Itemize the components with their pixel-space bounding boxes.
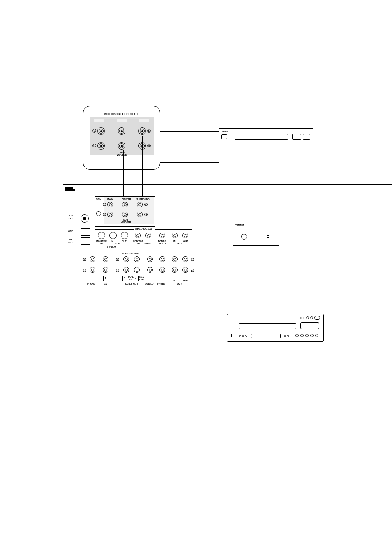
vcr-b3	[310, 316, 313, 319]
vcr-foot-l	[228, 343, 231, 343]
vent-2	[65, 189, 75, 191]
dvd-6ch-title: 6CH DISCRETE OUTPUT	[104, 113, 138, 115]
ext-center: CENTER	[122, 198, 131, 200]
ext-r-right: R	[144, 213, 148, 216]
audio-signal-label: AUDIO SIGNAL	[122, 252, 140, 255]
vcr-c2	[242, 335, 244, 337]
vcr-b1	[300, 317, 304, 319]
ext-rca-surr-l	[137, 202, 143, 207]
dvd-btn-grp-1	[292, 134, 301, 140]
vcr-p4	[310, 334, 314, 337]
dvd-player: YAMAHA	[219, 128, 313, 147]
vcrv-down	[149, 239, 149, 313]
ext-sub-2: WOOFER	[121, 221, 131, 223]
dvd-rca-center	[118, 127, 125, 135]
dvd-R-bot-left: R	[92, 144, 96, 147]
ext-dec-shade	[104, 197, 154, 224]
dvd-display	[235, 134, 288, 140]
vcrv-across	[149, 313, 231, 313]
aud-vcr-in: IN	[173, 279, 175, 282]
ext-main: MAIN	[107, 198, 113, 200]
aud-tvdbs-l	[159, 256, 165, 262]
amp-brand: YAMAHA	[235, 224, 244, 226]
sv-out-l: OUT	[122, 240, 127, 242]
ext-rca-surr-r	[137, 212, 143, 217]
video-signal-label: VIDEO SIGNAL	[135, 228, 152, 230]
aud-tvdbs-label: TV/DBS	[157, 283, 165, 285]
vcr-c1	[239, 335, 241, 337]
strip-2	[117, 119, 127, 122]
callout-line-bot	[160, 162, 219, 163]
amp-knob	[241, 234, 247, 240]
aud-dvdld-r	[147, 267, 153, 273]
dvd-rca-main-l	[97, 127, 105, 135]
amp-device: YAMAHA	[233, 222, 279, 246]
cv-mon-2: OUT	[136, 242, 141, 245]
vcr-led1	[321, 320, 322, 321]
dvd-brand: YAMAHA	[221, 130, 228, 132]
vcr-c3	[245, 335, 247, 337]
ext-rca-main-r	[107, 212, 113, 217]
aud-vcr-out-l	[182, 256, 188, 262]
rx-step2	[71, 254, 71, 266]
dvd-L-top-left: L	[92, 129, 96, 133]
am-ant-2: ANT	[68, 241, 73, 244]
w-surr-l	[142, 136, 143, 203]
aud-cd-label: CD	[104, 283, 107, 285]
cv-vcr-in	[172, 233, 178, 238]
sv-label: S VIDEO	[107, 246, 116, 248]
ext-l-right: L	[144, 203, 148, 206]
cv-in: IN	[173, 240, 176, 242]
cv-tvdbs	[159, 233, 165, 238]
aud-tvdbs-r	[159, 267, 165, 273]
aud-phono-l	[90, 256, 95, 262]
vcr-p3	[305, 334, 309, 337]
aud-dvdld-l	[147, 256, 153, 262]
fm-ant-2: ANT	[68, 217, 73, 220]
dvd-L-top-right: L	[147, 129, 151, 133]
vcr-c5	[287, 335, 289, 337]
cv-vcr-out	[182, 233, 188, 238]
w-main-l	[101, 136, 101, 203]
vcr-eject	[231, 334, 236, 337]
dvd-shelf	[219, 148, 313, 148]
strip-1	[94, 119, 104, 122]
asig-line-r	[143, 254, 194, 254]
aud-l-left: L	[83, 258, 86, 261]
vcr-foot-r	[320, 343, 322, 343]
vcr-c4	[284, 335, 286, 337]
aud-vcr-in-r	[172, 267, 178, 273]
vsig-line-r	[155, 229, 192, 230]
sv-in	[109, 232, 117, 239]
ext-surr: SURROUND	[136, 198, 150, 200]
ext-rca-main-l	[107, 202, 113, 207]
aud-r-right: R	[191, 269, 194, 272]
aud-pb-r	[123, 267, 129, 273]
vcr-b2	[306, 316, 309, 319]
sv-vcr: VCR	[115, 242, 120, 245]
w-center	[122, 136, 122, 203]
ext-l-left: L	[103, 203, 106, 206]
vcr-p2	[300, 334, 304, 337]
aud-cd-r	[103, 267, 108, 273]
fm-ant-1: FM	[69, 214, 73, 217]
vcr-device	[227, 314, 324, 342]
am-term-1	[81, 228, 90, 236]
vcr-display	[251, 334, 281, 338]
ext-r-left: R	[103, 213, 106, 216]
aud-vcr-in-l	[172, 256, 178, 262]
rx-step1	[63, 254, 71, 254]
ext-rca-sub	[122, 212, 128, 217]
vcr-led2	[321, 331, 322, 332]
dvd-tray-btn	[221, 134, 227, 139]
ext-gnd: GND	[96, 198, 101, 200]
aud-pb-l	[123, 256, 129, 262]
sv-mon-2: OUT	[99, 242, 104, 245]
aud-r-mid: R	[116, 269, 119, 272]
am-term-2	[81, 237, 90, 245]
vcr-jog	[300, 322, 319, 329]
cv-vcr: VCR	[177, 242, 182, 245]
callout-line-top	[160, 131, 219, 132]
aud-vcr: VCR	[177, 283, 182, 285]
strip-3	[139, 119, 149, 122]
